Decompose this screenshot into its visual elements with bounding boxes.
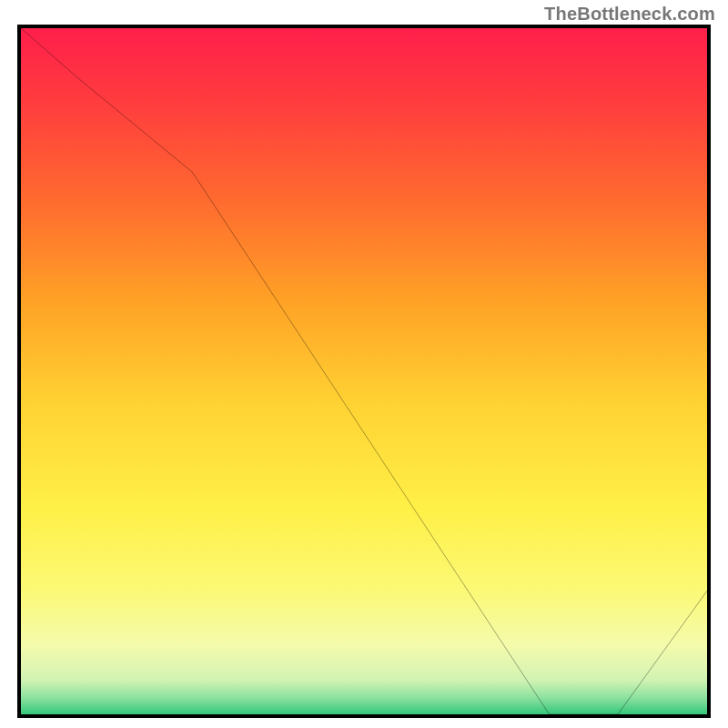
chart-plot-area xyxy=(21,28,707,714)
chart-frame xyxy=(17,25,711,718)
chart-line-layer xyxy=(21,28,707,714)
chart-series-curve xyxy=(21,28,707,714)
watermark-text: TheBottleneck.com xyxy=(544,4,715,25)
